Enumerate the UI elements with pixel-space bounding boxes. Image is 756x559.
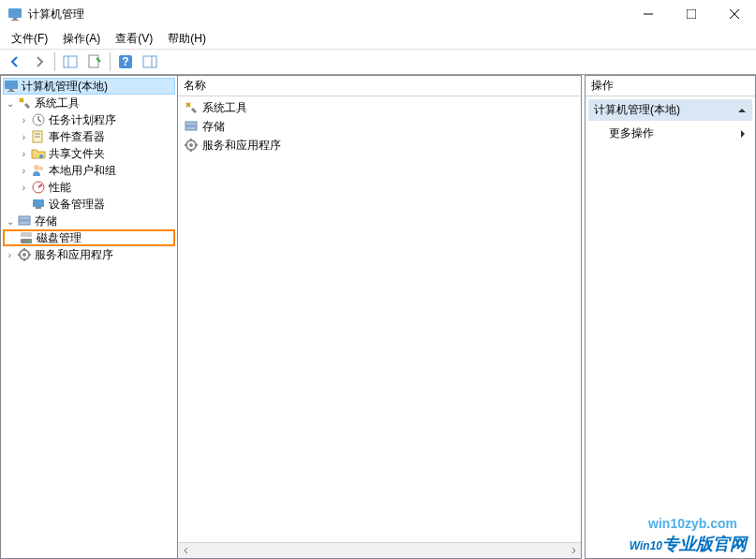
tree-services-apps[interactable]: › 服务和应用程序 [3, 246, 175, 263]
watermark-url: win10zyb.com [648, 516, 737, 531]
list-item-services-apps[interactable]: 服务和应用程序 [180, 136, 579, 154]
tree-device-manager[interactable]: 设备管理器 [3, 196, 175, 213]
tree-local-users[interactable]: › 本地用户和组 [3, 162, 175, 179]
horizontal-scrollbar[interactable] [178, 542, 581, 558]
tree: 计算机管理(本地) ⌄ 系统工具 › 任务计划程序 › 事件查看器 › 共享文件… [1, 76, 177, 265]
actions-panel: 操作 计算机管理(本地) 更多操作 [585, 75, 756, 559]
show-hide-tree-button[interactable] [59, 51, 82, 72]
menu-action[interactable]: 操作(A) [55, 29, 108, 49]
menu-help[interactable]: 帮助(H) [160, 29, 214, 49]
maximize-button[interactable] [670, 0, 713, 28]
action-group-header[interactable]: 计算机管理(本地) [588, 99, 752, 121]
tree-label: 磁盘管理 [37, 230, 82, 246]
titlebar: 计算机管理 [0, 0, 756, 28]
performance-icon [31, 180, 46, 195]
column-label: 名称 [184, 78, 206, 94]
svg-rect-1 [13, 18, 17, 20]
expand-icon[interactable]: › [17, 149, 31, 159]
help-button[interactable]: ? [114, 51, 137, 72]
svg-rect-16 [7, 91, 15, 92]
watermark-cn: 专业版官网 [662, 535, 747, 553]
list-item-system-tools[interactable]: 系统工具 [180, 98, 579, 117]
collapse-icon[interactable]: ⌄ [3, 98, 17, 109]
watermark-rest: in10 [640, 539, 662, 552]
submenu-arrow-icon [739, 129, 747, 139]
actions-title: 操作 [591, 78, 614, 94]
svg-point-21 [39, 154, 43, 158]
storage-icon [17, 213, 32, 228]
tree-disk-management[interactable]: 磁盘管理 [3, 229, 175, 246]
tools-icon [184, 100, 199, 115]
menu-view[interactable]: 查看(V) [108, 29, 160, 49]
minimize-button[interactable] [627, 0, 670, 28]
tools-icon [17, 96, 32, 110]
tree-event-viewer[interactable]: › 事件查看器 [3, 128, 175, 145]
svg-rect-9 [89, 55, 98, 67]
svg-rect-27 [19, 216, 30, 220]
list-item-label: 存储 [202, 119, 225, 135]
menu-file[interactable]: 文件(F) [4, 29, 55, 49]
svg-rect-30 [21, 232, 32, 237]
svg-rect-7 [64, 56, 77, 67]
svg-rect-14 [5, 81, 18, 89]
tree-label: 存储 [35, 213, 57, 229]
list-item-storage[interactable]: 存储 [180, 117, 579, 136]
tree-label: 任务计划程序 [49, 112, 116, 128]
services-icon [17, 247, 32, 262]
folder-share-icon [31, 146, 46, 161]
services-icon [184, 138, 199, 153]
window-title: 计算机管理 [28, 7, 627, 22]
tree-shared-folders[interactable]: › 共享文件夹 [3, 145, 175, 162]
tree-root[interactable]: 计算机管理(本地) [3, 78, 175, 95]
svg-point-37 [189, 143, 193, 147]
svg-rect-2 [11, 20, 19, 21]
expand-icon[interactable]: › [17, 115, 31, 125]
svg-point-23 [39, 167, 43, 170]
forward-button[interactable] [28, 51, 51, 72]
expand-icon[interactable]: › [17, 166, 31, 176]
svg-rect-35 [185, 126, 197, 130]
list-item-label: 服务和应用程序 [202, 138, 281, 154]
show-actions-button[interactable] [139, 51, 161, 72]
actions-body: 计算机管理(本地) 更多操作 [586, 96, 755, 558]
svg-point-31 [29, 240, 31, 242]
svg-point-33 [22, 253, 26, 257]
scroll-track[interactable] [194, 543, 565, 558]
svg-point-22 [34, 165, 39, 170]
toolbar-separator [110, 52, 111, 71]
watermark-brand: Win10专业版官网 [630, 531, 747, 555]
app-icon [7, 7, 22, 22]
tree-system-tools[interactable]: ⌄ 系统工具 [3, 95, 175, 111]
list-panel: 名称 系统工具 存储 服务和应用程序 [178, 75, 582, 559]
action-more[interactable]: 更多操作 [588, 122, 752, 145]
tree-performance[interactable]: › 性能 [3, 179, 175, 196]
disk-icon [19, 230, 34, 245]
tree-storage[interactable]: ⌄ 存储 [3, 213, 175, 229]
svg-rect-0 [8, 8, 22, 18]
tree-label: 性能 [49, 180, 71, 196]
menubar: 文件(F) 操作(A) 查看(V) 帮助(H) [0, 28, 756, 49]
svg-rect-28 [19, 221, 30, 225]
expand-icon[interactable]: › [3, 250, 17, 260]
storage-icon [184, 119, 199, 134]
actions-header: 操作 [586, 76, 755, 96]
scroll-right-button[interactable] [565, 543, 581, 558]
list-item-label: 系统工具 [202, 100, 247, 116]
scroll-left-button[interactable] [178, 543, 194, 558]
expand-icon[interactable]: › [17, 183, 31, 193]
svg-rect-4 [687, 9, 696, 19]
collapse-icon[interactable]: ⌄ [3, 216, 17, 227]
tree-label: 服务和应用程序 [35, 247, 113, 263]
list-body: 系统工具 存储 服务和应用程序 [178, 96, 581, 542]
tree-label: 本地用户和组 [49, 163, 116, 179]
svg-rect-12 [143, 56, 156, 67]
device-icon [31, 197, 46, 212]
column-header-name[interactable]: 名称 [178, 76, 581, 96]
back-button[interactable] [4, 51, 26, 72]
close-button[interactable] [713, 0, 756, 28]
tree-task-scheduler[interactable]: › 任务计划程序 [3, 111, 175, 128]
event-icon [31, 129, 46, 144]
expand-icon[interactable]: › [17, 132, 31, 142]
properties-button[interactable] [83, 51, 106, 72]
watermark-w: W [630, 539, 640, 552]
